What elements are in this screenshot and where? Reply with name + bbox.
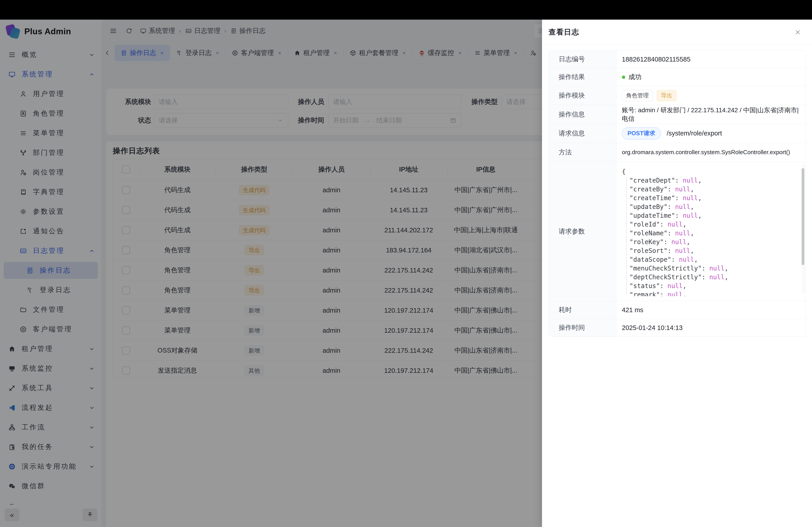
code-line: "updateBy": null, [622,202,800,211]
code-line: "createTime": null, [622,194,800,202]
request-url: /system/role/export [667,130,722,137]
modal-overlay[interactable] [0,20,542,527]
drawer-header: 查看日志 [542,20,812,45]
code-scrollbar-track[interactable] [802,164,805,294]
detail-label: 耗时 [549,301,617,319]
code-line: "roleKey": null, [622,238,800,246]
detail-duration: 421 ms [617,301,806,319]
code-line: "status": null, [622,282,800,290]
detail-log-id: 1882612840802115585 [617,50,806,68]
indent-guide [626,178,627,294]
detail-label: 操作信息 [549,105,617,124]
detail-result: 成功 [617,68,806,86]
code-line: { [622,167,800,176]
detail-label: 操作模块 [549,86,617,105]
detail-label: 操作时间 [549,319,617,336]
code-line: "roleName": null, [622,229,800,238]
detail-request: POST请求 /system/role/export [617,124,806,143]
view-log-drawer: 查看日志 日志编号 1882612840802115585 操作结果 成功 操作… [542,20,812,527]
detail-label: 操作结果 [549,68,617,86]
code-scrollbar-thumb[interactable] [802,168,804,265]
code-line: "createBy": null, [622,185,800,194]
detail-time: 2025-01-24 10:14:13 [617,319,806,336]
detail-module: 角色管理导出 [617,86,806,105]
drawer-title: 查看日志 [549,27,579,37]
code-line: "remark": null, [622,290,800,296]
code-line: "updateTime": null, [622,211,800,220]
detail-method: org.dromara.system.controller.system.Sys… [617,143,806,162]
log-detail-table: 日志编号 1882612840802115585 操作结果 成功 操作模块 角色… [549,50,806,337]
post-method-badge: POST请求 [622,127,661,139]
detail-label: 请求信息 [549,124,617,143]
code-line: "createDept": null, [622,176,800,185]
code-line: "menuCheckStrictly": null, [622,264,800,273]
close-icon[interactable] [793,27,803,37]
detail-label: 请求参数 [549,162,617,301]
code-line: "deptCheckStrictly": null, [622,273,800,282]
module-tag: 角色管理 [622,90,653,101]
code-line: "dataScope": null, [622,255,800,264]
detail-request-params: { "createDept": null, "createBy": null, … [617,162,806,301]
code-line: "roleSort": null, [622,246,800,255]
detail-label: 日志编号 [549,50,617,68]
detail-op-info: 账号: admin / 研发部门 / 222.175.114.242 / 中国|… [617,105,806,124]
json-code-block: { "createDept": null, "createBy": null, … [622,167,800,296]
module-tag: 导出 [656,90,677,101]
code-line: "roleId": null, [622,220,800,229]
detail-label: 方法 [549,143,617,162]
success-dot-icon [622,76,625,79]
